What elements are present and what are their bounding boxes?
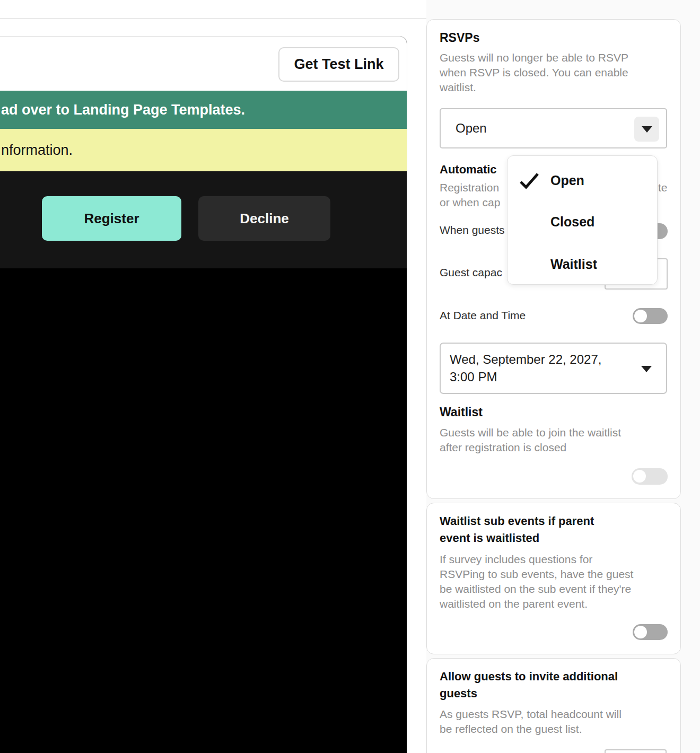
check-icon: [518, 172, 540, 192]
close-date-value: Wed, September 22, 2027, 3:00 PM: [450, 351, 601, 386]
landing-page-preview-card: Get Test Link ad over to Landing Page Te…: [0, 36, 407, 753]
automatic-section-heading: Automatic: [440, 161, 497, 178]
caret-down-icon: [642, 126, 652, 133]
sub-events-title: Waitlist sub events if parent event is w…: [440, 513, 594, 547]
toggle-knob: [634, 310, 647, 322]
menu-item-waitlist[interactable]: Waitlist: [508, 251, 657, 277]
yellow-notice-text: nformation.: [1, 142, 73, 159]
additional-guests-input[interactable]: [605, 749, 667, 753]
additional-guests-card: Allow guests to invite additional guests…: [426, 658, 681, 753]
menu-item-label: Closed: [550, 214, 594, 230]
rsvp-status-caret-button[interactable]: [634, 117, 659, 142]
rsvp-status-value: Open: [456, 121, 487, 136]
at-date-and-time-toggle[interactable]: [633, 308, 668, 324]
toggle-knob: [634, 626, 647, 638]
sub-events-description: If survey includes questions for RSVPing…: [440, 552, 673, 611]
screen: Get Test Link ad over to Landing Page Te…: [0, 0, 700, 753]
sub-events-card: Waitlist sub events if parent event is w…: [426, 503, 681, 654]
get-test-link-button[interactable]: Get Test Link: [278, 47, 399, 82]
top-divider: [0, 18, 426, 19]
left-region: Get Test Link ad over to Landing Page Te…: [0, 0, 426, 753]
sub-events-toggle[interactable]: [633, 624, 668, 640]
rsvps-title: RSVPs: [440, 31, 479, 45]
additional-guests-description: As guests RSVP, total headcount will be …: [440, 707, 673, 737]
waitlist-toggle[interactable]: [632, 468, 668, 485]
menu-item-open[interactable]: Open: [508, 168, 657, 193]
guest-capacity-label: Guest capac: [440, 266, 502, 279]
automatic-desc-line2: or when cap: [440, 196, 500, 209]
additional-guests-title: Allow guests to invite additional guests: [440, 668, 618, 702]
rsvps-description: Guests will no longer be able to RSVP wh…: [440, 50, 673, 95]
decline-button[interactable]: Decline: [198, 196, 330, 241]
preview-header: Get Test Link: [0, 37, 407, 91]
green-notice-text: ad over to Landing Page Templates.: [1, 102, 245, 118]
preview-hero-section: Register Decline: [0, 171, 407, 268]
green-notice-banner: ad over to Landing Page Templates.: [0, 91, 407, 129]
rsvp-status-select[interactable]: Open: [440, 108, 667, 148]
menu-item-label: Waitlist: [550, 257, 597, 272]
toggle-knob: [633, 470, 646, 483]
caret-down-icon: [641, 366, 652, 372]
at-date-and-time-label: At Date and Time: [440, 309, 526, 322]
close-date-select[interactable]: Wed, September 22, 2027, 3:00 PM: [440, 343, 667, 394]
waitlist-description: Guests will be able to join the waitlist…: [440, 425, 673, 455]
waitlist-section-title: Waitlist: [440, 405, 483, 419]
rsvp-status-menu: Open Closed Waitlist: [507, 155, 658, 285]
preview-body-section: [0, 268, 407, 753]
when-guests-label: When guests: [440, 224, 505, 237]
register-button[interactable]: Register: [42, 196, 181, 241]
yellow-notice-banner: nformation.: [0, 129, 407, 171]
automatic-desc-line1-right: te: [658, 181, 668, 194]
automatic-desc-line1-left: Registration: [440, 181, 499, 194]
menu-item-label: Open: [550, 173, 584, 188]
menu-item-closed[interactable]: Closed: [508, 209, 657, 234]
